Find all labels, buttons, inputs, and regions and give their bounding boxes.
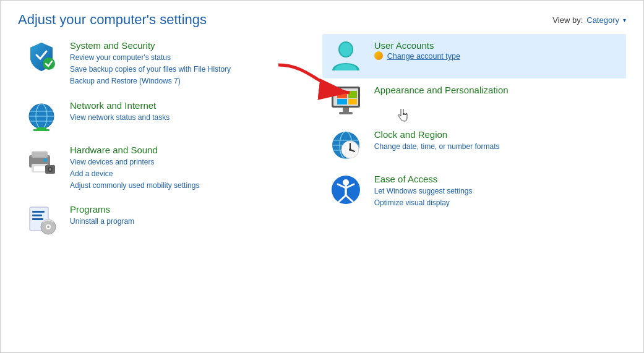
ease-of-access-icon [330, 174, 361, 205]
devices-link[interactable]: View devices and printers [70, 156, 299, 168]
svg-point-16 [49, 168, 51, 171]
user-accounts-icon [328, 40, 363, 73]
view-by-control[interactable]: View by: Category ▾ [552, 15, 626, 25]
user-accounts-title[interactable]: User Accounts [374, 40, 621, 51]
windows-suggest-link[interactable]: Let Windows suggest settings [374, 185, 621, 197]
svg-point-25 [47, 226, 49, 228]
svg-point-1 [43, 57, 55, 70]
clock-icon-container [327, 129, 364, 161]
hardware-icon-container [23, 145, 60, 177]
programs-icon [26, 205, 57, 236]
svg-rect-12 [34, 166, 45, 171]
category-item-programs: Programs Uninstall a program [18, 198, 304, 242]
system-security-text: System and Security Review your computer… [70, 40, 299, 88]
svg-rect-33 [348, 99, 357, 104]
page-title: Adjust your computer's settings [18, 12, 207, 28]
category-item-ease: Ease of Access Let Windows suggest setti… [322, 168, 626, 215]
svg-rect-8 [33, 129, 49, 131]
uninstall-link[interactable]: Uninstall a program [70, 216, 299, 228]
svg-point-13 [43, 158, 47, 162]
user-accounts-icon-container [327, 40, 364, 72]
shield-icon [25, 40, 58, 72]
category-item-network: Network and Internet View network status… [18, 94, 304, 138]
user-accounts-text: User Accounts Change account type [374, 40, 621, 61]
svg-rect-19 [32, 211, 45, 213]
svg-rect-10 [32, 151, 48, 158]
system-security-title[interactable]: System and Security [70, 40, 299, 51]
appearance-text: Appearance and Personalization [374, 85, 621, 96]
svg-rect-20 [32, 215, 42, 216]
programs-icon-container [23, 204, 60, 236]
clock-icon [330, 130, 361, 161]
svg-point-45 [349, 148, 351, 151]
svg-rect-21 [32, 218, 43, 220]
svg-point-27 [340, 43, 352, 56]
change-account-type-link[interactable]: Change account type [387, 52, 460, 61]
svg-rect-35 [339, 112, 353, 114]
mobility-link[interactable]: Adjust commonly used mobility settings [70, 180, 299, 192]
hardware-title[interactable]: Hardware and Sound [70, 145, 299, 155]
network-icon-container [23, 100, 60, 132]
category-item-user-accounts: User Accounts Change account type [322, 34, 626, 79]
main-content: System and Security Review your computer… [1, 34, 643, 242]
network-icon [25, 100, 58, 132]
svg-rect-30 [337, 91, 347, 98]
network-title[interactable]: Network and Internet [70, 100, 299, 111]
system-security-icon-container [23, 40, 60, 72]
network-text: Network and Internet View network status… [70, 100, 299, 124]
view-by-value[interactable]: Category [586, 15, 619, 25]
clock-title[interactable]: Clock and Region [374, 129, 621, 140]
hardware-icon [24, 147, 59, 175]
file-history-link[interactable]: Save backup copies of your files with Fi… [70, 64, 299, 75]
right-panel: User Accounts Change account type [316, 34, 626, 242]
programs-text: Programs Uninstall a program [70, 204, 299, 228]
appearance-title[interactable]: Appearance and Personalization [374, 85, 621, 95]
category-item-clock: Clock and Region Change date, time, or n… [322, 123, 626, 168]
svg-rect-34 [343, 108, 349, 112]
category-item-system-security: System and Security Review your computer… [18, 34, 304, 94]
network-status-link[interactable]: View network status and tasks [70, 112, 299, 124]
appearance-icon [329, 85, 363, 116]
appearance-icon-container [327, 85, 364, 117]
ease-title[interactable]: Ease of Access [374, 174, 621, 184]
view-by-label: View by: [552, 15, 583, 25]
backup-restore-link[interactable]: Backup and Restore (Windows 7) [70, 75, 299, 87]
optimize-display-link[interactable]: Optimize visual display [374, 197, 621, 209]
svg-rect-31 [348, 91, 357, 98]
programs-title[interactable]: Programs [70, 204, 299, 215]
review-status-link[interactable]: Review your computer's status [70, 52, 299, 64]
datetime-link[interactable]: Change date, time, or number formats [374, 141, 621, 153]
page-header: Adjust your computer's settings View by:… [1, 1, 643, 34]
clock-text: Clock and Region Change date, time, or n… [374, 129, 621, 153]
svg-rect-32 [337, 99, 347, 104]
category-item-appearance: Appearance and Personalization [322, 79, 626, 123]
uac-shield-icon [374, 51, 383, 60]
left-panel: System and Security Review your computer… [18, 34, 316, 242]
ease-text: Ease of Access Let Windows suggest setti… [374, 174, 621, 209]
add-device-link[interactable]: Add a device [70, 168, 299, 180]
chevron-down-icon[interactable]: ▾ [623, 17, 626, 23]
category-item-hardware: Hardware and Sound View devices and prin… [18, 138, 304, 198]
ease-icon-container [327, 174, 364, 206]
hardware-text: Hardware and Sound View devices and prin… [70, 145, 299, 192]
